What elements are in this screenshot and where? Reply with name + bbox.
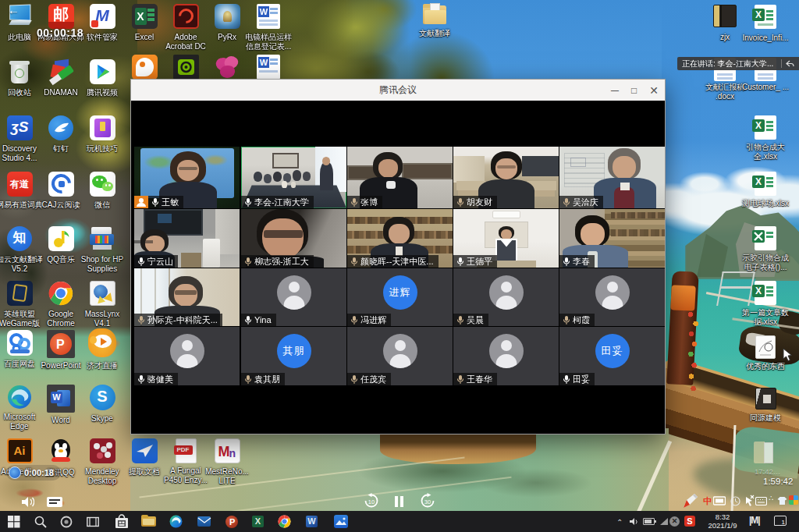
svg-text:10: 10	[368, 498, 375, 505]
svg-text:30: 30	[424, 498, 431, 505]
